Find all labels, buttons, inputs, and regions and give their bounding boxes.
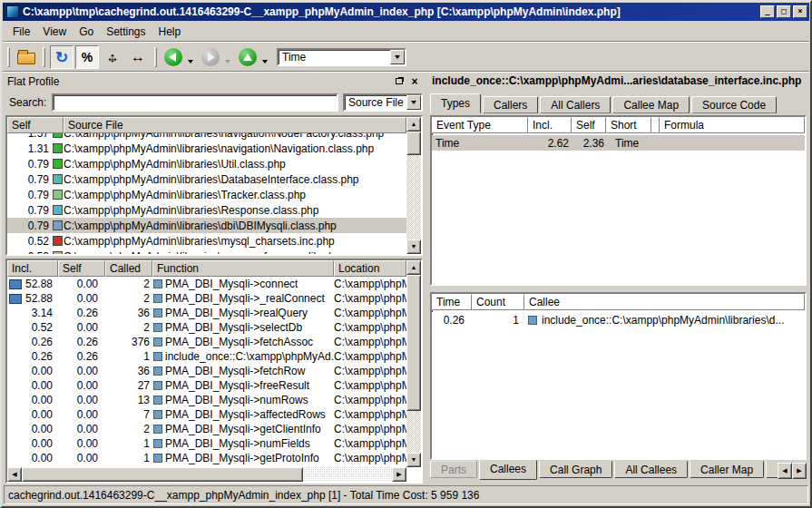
tab-callers[interactable]: Callers [483, 96, 538, 113]
percent-toggle-button[interactable]: % [75, 45, 99, 69]
scroll-down-button[interactable]: ▼ [406, 239, 421, 254]
column-header-function[interactable]: Function [152, 260, 334, 277]
tab-parts[interactable]: Parts [430, 461, 477, 478]
source-file-row[interactable]: 0.79 C:\xampp\phpMyAdmin\libraries\Respo… [7, 202, 406, 218]
callee-row[interactable]: 0.26 1 include_once::C:\xampp\phpMyAdmin… [432, 312, 805, 327]
function-row[interactable]: 0.52 0.00 2 PMA_DBI_Mysqli->selectDb C:\… [7, 320, 406, 335]
float-icon [396, 78, 403, 84]
menu-go[interactable]: Go [73, 24, 100, 40]
source-file-row[interactable]: 1.31 C:\xampp\phpMyAdmin\libraries\navig… [7, 141, 406, 156]
column-header-self[interactable]: Self [572, 117, 606, 133]
source-list-vscrollbar[interactable]: ▲ ▼ [406, 117, 421, 254]
column-header-callee[interactable]: Callee [524, 294, 805, 310]
column-header-time[interactable]: Time [432, 294, 472, 310]
scrollbar-thumb[interactable] [406, 275, 421, 411]
tab-call-graph[interactable]: Call Graph [539, 461, 612, 478]
source-file-row[interactable]: 0.79 C:\xampp\phpMyAdmin\libraries\Track… [7, 187, 406, 202]
toolbar-handle[interactable] [43, 47, 45, 67]
source-file-row[interactable]: 0.52 C:\xampp\phpMyAdmin\libraries\user_… [7, 249, 406, 254]
minimize-button[interactable]: _ [760, 5, 775, 18]
column-header-location[interactable]: Location [334, 260, 406, 277]
function-row[interactable]: 0.00 0.00 36 PMA_DBI_Mysqli->fetchRow C:… [7, 364, 406, 378]
up-dropdown-caret[interactable] [262, 60, 268, 64]
function-row[interactable]: 0.00 0.00 27 PMA_DBI_Mysqli->freeResult … [7, 378, 406, 393]
menu-settings[interactable]: Settings [100, 24, 152, 40]
source-file-row[interactable]: 0.79 C:\xampp\phpMyAdmin\libraries\Datab… [7, 171, 406, 187]
column-header-event-type[interactable]: Event Type [432, 117, 528, 133]
up-button[interactable] [236, 45, 259, 69]
tab-types[interactable]: Types [430, 93, 481, 113]
scroll-down-button[interactable]: ▼ [406, 453, 421, 467]
function-row[interactable]: 0.00 0.00 1 PMA_DBI_Mysqli->numFields C:… [7, 436, 406, 451]
source-file-row[interactable]: 0.79 C:\xampp\phpMyAdmin\libraries\dbi\D… [7, 218, 406, 233]
menu-view[interactable]: View [36, 24, 73, 40]
dock-move-button[interactable]: ↔↕ [101, 45, 124, 69]
tab-scroll-left-button[interactable]: ◀ [778, 463, 792, 479]
back-dropdown-caret[interactable] [188, 60, 193, 64]
function-row[interactable]: 0.00 0.00 7 PMA_DBI_Mysqli->affectedRows… [7, 407, 406, 422]
column-header-incl[interactable]: Incl. [7, 260, 58, 277]
grouping-select[interactable]: Source File [343, 93, 423, 112]
dock-title-bar: Flat Profile × [4, 73, 425, 90]
tab-all-callers[interactable]: All Callers [540, 96, 611, 113]
column-header-source-file[interactable]: Source File [64, 117, 406, 133]
event-type-select[interactable]: Time [277, 48, 406, 66]
event-type-row[interactable]: Time 2.62 2.36 Time [432, 135, 805, 151]
column-header-incl[interactable]: Incl. [528, 117, 572, 133]
tab-callee-map[interactable]: Callee Map [612, 96, 690, 113]
scrollbar-thumb[interactable] [22, 467, 303, 482]
function-row[interactable]: 52.88 0.00 2 PMA_DBI_Mysqli->_realConnec… [7, 291, 406, 306]
event-name: Time [432, 137, 528, 150]
function-list: 52.88 0.00 2 PMA_DBI_Mysqli->connect C:\… [7, 277, 406, 467]
chevron-down-icon[interactable] [390, 50, 405, 64]
scroll-left-button[interactable]: ◀ [7, 467, 22, 482]
function-table-vscrollbar[interactable]: ▲ ▼ [406, 260, 421, 467]
reload-button[interactable]: ↻ [50, 45, 73, 69]
search-input[interactable] [52, 93, 338, 112]
chevron-down-icon[interactable] [406, 95, 421, 110]
column-header-self[interactable]: Self [7, 117, 64, 133]
scroll-up-button[interactable]: ▲ [406, 117, 421, 132]
open-file-button[interactable] [15, 45, 38, 69]
function-row[interactable]: 52.88 0.00 2 PMA_DBI_Mysqli->connect C:\… [7, 277, 406, 291]
close-button[interactable]: × [793, 5, 807, 18]
function-row[interactable]: 0.26 0.26 1 include_once::C:\xampp\phpMy… [7, 349, 406, 364]
scroll-up-button[interactable]: ▲ [406, 260, 421, 275]
forward-button[interactable] [199, 45, 222, 69]
dock-float-button[interactable] [393, 75, 406, 87]
function-row[interactable]: 0.00 0.00 13 PMA_DBI_Mysqli->numRows C:\… [7, 393, 406, 407]
cost-bar-icon [9, 294, 22, 304]
percent-icon: % [82, 50, 93, 64]
maximize-button[interactable]: □ [777, 5, 791, 18]
menu-file[interactable]: File [6, 24, 36, 40]
dock-close-button[interactable]: × [408, 75, 421, 87]
column-header-spacer [651, 117, 660, 133]
expand-collapse-button[interactable]: ↔ [126, 45, 150, 69]
tab-source-code[interactable]: Source Code [691, 96, 777, 113]
toolbar-handle[interactable] [7, 47, 10, 67]
function-self: 0.00 [58, 379, 105, 392]
function-table-hscrollbar[interactable]: ◀ ▶ [7, 467, 406, 482]
column-header-count[interactable]: Count [472, 294, 524, 310]
column-header-called[interactable]: Called [105, 260, 152, 277]
scrollbar-thumb[interactable] [406, 132, 421, 155]
column-header-self[interactable]: Self [58, 260, 105, 277]
function-row[interactable]: 0.26 0.26 376 PMA_DBI_Mysqli->fetchAssoc… [7, 335, 406, 349]
tab-all-callees[interactable]: All Callees [614, 461, 688, 478]
tab-caller-map[interactable]: Caller Map [690, 461, 764, 478]
function-row[interactable]: 0.00 0.00 2 PMA_DBI_Mysqli->getClientInf… [7, 422, 406, 436]
source-file-row[interactable]: 0.52 C:\xampp\phpMyAdmin\libraries\mysql… [7, 233, 406, 249]
source-file-row[interactable]: 1.57 C:\xampp\phpMyAdmin\libraries\navig… [7, 133, 406, 141]
source-file-row[interactable]: 0.79 C:\xampp\phpMyAdmin\libraries\Util.… [7, 156, 406, 171]
back-button[interactable] [161, 45, 185, 69]
function-row[interactable]: 3.14 0.26 36 PMA_DBI_Mysqli->realQuery C… [7, 306, 406, 320]
menu-help[interactable]: Help [152, 24, 188, 40]
forward-dropdown-caret[interactable] [225, 60, 230, 64]
tab-scroll-right-button[interactable]: ▶ [792, 463, 807, 479]
function-row[interactable]: 0.00 0.00 1 PMA_DBI_Mysqli->getProtoInfo… [7, 451, 406, 465]
scroll-right-button[interactable]: ▶ [392, 467, 406, 482]
column-header-formula[interactable]: Formula [660, 117, 805, 133]
toolbar-handle[interactable] [154, 47, 157, 67]
column-header-short[interactable]: Short [606, 117, 651, 133]
tab-callees[interactable]: Callees [479, 460, 537, 480]
